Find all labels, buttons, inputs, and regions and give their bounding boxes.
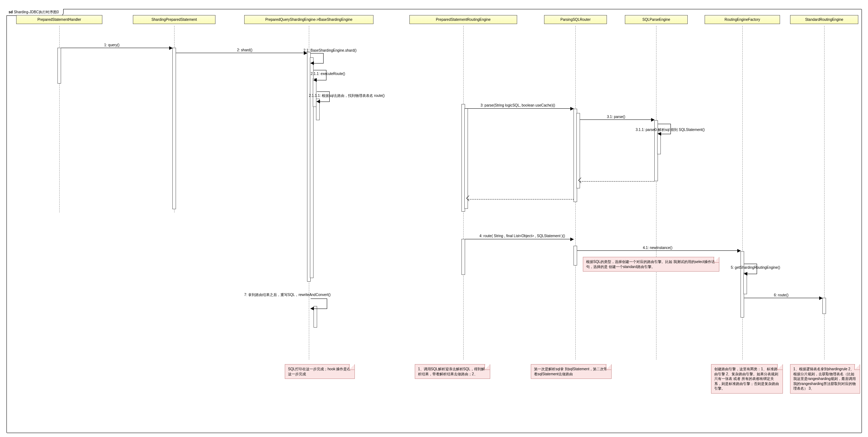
lifeline-ShardingPreparedStatement: ShardingPreparedStatement [133, 15, 215, 24]
activation [574, 246, 577, 266]
msg-label: 1: query() [104, 43, 120, 47]
lifeline-SQLParseEngine: SQLParseEngine [625, 15, 688, 24]
msg-label: 3: parse(String logicSQL, boolean useCac… [481, 103, 555, 107]
note-bottom-parse: 1、调用SQL解析迎亲去解析SQL，得到解析结果，带着解析结果去做路由；2、 [415, 364, 490, 379]
sequence-diagram-canvas: sd Sharding-JDBC执行时序图0 PreparedStatement… [0, 0, 868, 437]
note-bottom-hook: SQL打印在这一步完成；hook 操作是在这一步完成 [285, 364, 355, 379]
lifeline-label: RoutingEngineFactory [725, 18, 760, 22]
lifeline-PreparedStatementHandler: PreparedStatementHandler [16, 15, 102, 24]
msg-label: 4.1: newInstance() [643, 246, 672, 250]
return-3 [468, 199, 574, 199]
msg-label: 7: 拿到路由结果之后，重写SQL，rewriteAndConvert() [244, 292, 331, 297]
return-3.1 [580, 181, 654, 182]
lifeline-PreparedQueryShardingEngine: PreparedQueryShardingEngine->BaseShardin… [244, 15, 373, 24]
lifeline-label: StandardRoutingEngine [805, 18, 843, 22]
note-text: 第一次是解析sql拿 到sqlStatement，第二次带着sqlStateme… [534, 367, 607, 376]
note-bottom-standard: 1、根据逻辑表名拿到shardingrule 2、根据分片规则，去获取物理表名（… [790, 364, 860, 394]
activation [172, 48, 176, 209]
lifeline-label: PreparedStatementRoutingEngine [436, 18, 491, 22]
note-text: 1、调用SQL解析迎亲去解析SQL，得到解析结果，带着解析结果去做路由；2、 [418, 367, 485, 376]
activation [576, 113, 580, 188]
note-text: 根据SQL的类型，选择创建一个对应的路由引擎。比如 我测试的用的select操作… [586, 260, 715, 269]
msg-label: 2.1.1: executeRoute() [311, 72, 345, 76]
activation [657, 133, 661, 154]
msg-1-query [61, 48, 172, 48]
lifeline-label: ShardingPreparedStatement [152, 18, 197, 22]
activation [461, 239, 465, 275]
lifeline-ParsingSQLRouter: ParsingSQLRouter [544, 15, 607, 24]
lifeline-PreparedStatementRoutingEngine: PreparedStatementRoutingEngine [409, 15, 517, 24]
msg-label: 2: shard() [237, 48, 252, 52]
msg-label: 2.1: BaseShardingEngine.shard() [303, 48, 357, 52]
note-text: 1、根据逻辑表名拿到shardingrule 2、根据分片规则，去获取物理表名（… [793, 367, 856, 390]
note-inline-4.1: 根据SQL的类型，选择创建一个对应的路由引擎。比如 我测试的用的select操作… [583, 257, 719, 272]
lifeline-label: ParsingSQLRouter [561, 18, 591, 22]
activation [822, 298, 826, 314]
note-text: SQL打印在这一步完成；hook 操作是在这一步完成 [288, 367, 351, 376]
msg-label: 2.1.1.1: 根据sql去路由，找到物理表表名 route() [309, 93, 385, 98]
activation [464, 108, 468, 209]
note-bottom-factory: 创建路由引擎，这里有两类：1、标准路由引擎 2、复杂路由引擎。如果分表规则只有一… [711, 364, 783, 394]
sd-title: Sharding-JDBC执行时序图0 [14, 10, 59, 14]
lifeline-label: PreparedQueryShardingEngine->BaseShardin… [265, 18, 353, 22]
msg-3-parse [465, 108, 574, 109]
note-text: 创建路由引擎，这里有两类：1、标准路由引擎 2、复杂路由引擎。如果分表规则只有一… [714, 367, 779, 390]
msg-label: 3.1.1: parse0-解析sql 得到 SQLStatement() [636, 127, 705, 132]
msg-label: 5: getShardingRoutingEngine() [731, 266, 780, 269]
lifeline-dash [656, 26, 656, 360]
msg-3.1-parse [580, 119, 654, 120]
msg-2-shard [176, 53, 307, 53]
msg-2.1-self [311, 53, 324, 64]
msg-label: 3.1: parse() [607, 115, 625, 119]
note-bottom-router: 第一次是解析sql拿 到sqlStatement，第二次带着sqlStateme… [531, 364, 612, 379]
lifeline-label: PreparedStatementHandler [37, 18, 81, 22]
sd-prefix: sd [9, 10, 13, 14]
activation [743, 273, 747, 294]
lifeline-label: SQLParseEngine [642, 18, 670, 22]
lifeline-RoutingEngineFactory: RoutingEngineFactory [705, 15, 780, 24]
lifeline-StandardRoutingEngine: StandardRoutingEngine [790, 15, 858, 24]
msg-6-route [744, 298, 822, 298]
msg-7-self [311, 299, 327, 309]
msg-4.1-newInstance [577, 250, 741, 251]
msg-label: 4: route( String , final List<Object> , … [479, 234, 565, 238]
msg-label: 6: route() [774, 293, 789, 297]
activation [57, 48, 61, 84]
activation [314, 306, 317, 328]
msg-4-route [465, 239, 574, 239]
